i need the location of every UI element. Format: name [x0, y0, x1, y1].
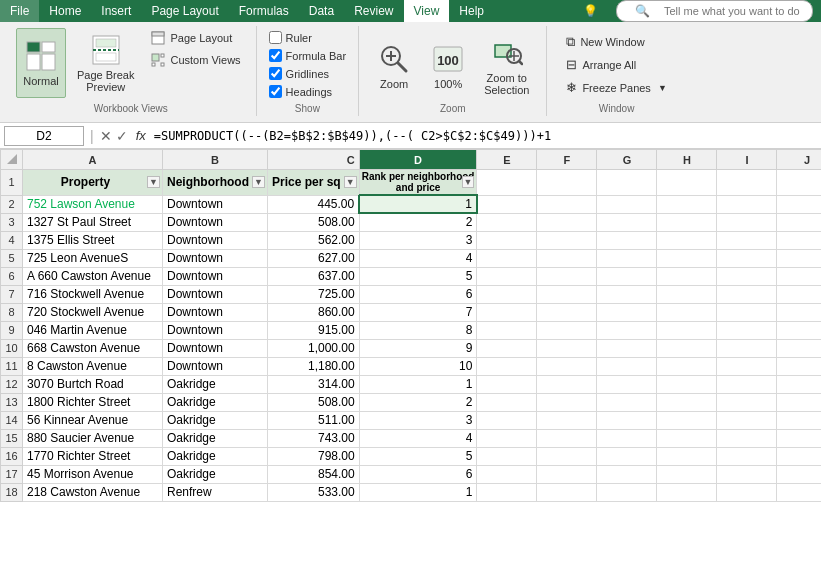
- cell-16-g[interactable]: [597, 447, 657, 465]
- header-price[interactable]: Price per sq ▼: [267, 170, 359, 196]
- cell-17-f[interactable]: [537, 465, 597, 483]
- cell-7-f[interactable]: [537, 285, 597, 303]
- col-header-e[interactable]: E: [477, 150, 537, 170]
- cell-10-e[interactable]: [477, 339, 537, 357]
- cell-13-j[interactable]: [777, 393, 821, 411]
- cell-17-i[interactable]: [717, 465, 777, 483]
- cell-15-g[interactable]: [597, 429, 657, 447]
- cell-5-d[interactable]: 4: [359, 249, 477, 267]
- cell-6-f[interactable]: [537, 267, 597, 285]
- cell-9-c[interactable]: 915.00: [267, 321, 359, 339]
- cell-8-d[interactable]: 7: [359, 303, 477, 321]
- cell-8-a[interactable]: 720 Stockwell Avenue: [23, 303, 163, 321]
- cell-4-g[interactable]: [597, 231, 657, 249]
- cell-3-i[interactable]: [717, 213, 777, 231]
- cell-15-j[interactable]: [777, 429, 821, 447]
- cell-14-a[interactable]: 56 Kinnear Avenue: [23, 411, 163, 429]
- cell-9-a[interactable]: 046 Martin Avenue: [23, 321, 163, 339]
- cell-12-g[interactable]: [597, 375, 657, 393]
- col-header-a[interactable]: A: [23, 150, 163, 170]
- cell-4-j[interactable]: [777, 231, 821, 249]
- cell-18-g[interactable]: [597, 483, 657, 501]
- cell-3-a[interactable]: 1327 St Paul Street: [23, 213, 163, 231]
- cell-14-f[interactable]: [537, 411, 597, 429]
- cell-5-b[interactable]: Downtown: [163, 249, 268, 267]
- cell-18-e[interactable]: [477, 483, 537, 501]
- cell-13-b[interactable]: Oakridge: [163, 393, 268, 411]
- cell-7-b[interactable]: Downtown: [163, 285, 268, 303]
- cell-11-f[interactable]: [537, 357, 597, 375]
- cell-9-e[interactable]: [477, 321, 537, 339]
- cell-7-g[interactable]: [597, 285, 657, 303]
- cell-13-i[interactable]: [717, 393, 777, 411]
- cell-11-h[interactable]: [657, 357, 717, 375]
- formula-bar-checkbox[interactable]: Formula Bar: [267, 48, 349, 63]
- cell-12-d[interactable]: 1: [359, 375, 477, 393]
- zoom-selection-button[interactable]: Zoom toSelection: [477, 31, 536, 101]
- cell-13-f[interactable]: [537, 393, 597, 411]
- cancel-formula-icon[interactable]: ✕: [100, 128, 112, 144]
- cell-15-i[interactable]: [717, 429, 777, 447]
- cell-1-f[interactable]: [537, 170, 597, 196]
- cell-3-g[interactable]: [597, 213, 657, 231]
- cell-12-e[interactable]: [477, 375, 537, 393]
- cell-4-c[interactable]: 562.00: [267, 231, 359, 249]
- cell-16-f[interactable]: [537, 447, 597, 465]
- col-header-f[interactable]: F: [537, 150, 597, 170]
- cell-5-j[interactable]: [777, 249, 821, 267]
- ruler-check-input[interactable]: [269, 31, 282, 44]
- cell-7-c[interactable]: 725.00: [267, 285, 359, 303]
- formula-bar-check-input[interactable]: [269, 49, 282, 62]
- cell-15-h[interactable]: [657, 429, 717, 447]
- cell-6-i[interactable]: [717, 267, 777, 285]
- cell-4-h[interactable]: [657, 231, 717, 249]
- cell-18-c[interactable]: 533.00: [267, 483, 359, 501]
- cell-18-b[interactable]: Renfrew: [163, 483, 268, 501]
- cell-3-f[interactable]: [537, 213, 597, 231]
- cell-6-j[interactable]: [777, 267, 821, 285]
- cell-14-d[interactable]: 3: [359, 411, 477, 429]
- cell-15-c[interactable]: 743.00: [267, 429, 359, 447]
- ruler-checkbox[interactable]: Ruler: [267, 30, 314, 45]
- confirm-formula-icon[interactable]: ✓: [116, 128, 128, 144]
- cell-17-e[interactable]: [477, 465, 537, 483]
- cell-17-b[interactable]: Oakridge: [163, 465, 268, 483]
- cell-6-d[interactable]: 5: [359, 267, 477, 285]
- cell-1-j[interactable]: [777, 170, 821, 196]
- cell-14-h[interactable]: [657, 411, 717, 429]
- cell-12-i[interactable]: [717, 375, 777, 393]
- cell-8-j[interactable]: [777, 303, 821, 321]
- normal-view-button[interactable]: Normal: [16, 28, 66, 98]
- cell-11-c[interactable]: 1,180.00: [267, 357, 359, 375]
- col-header-g[interactable]: G: [597, 150, 657, 170]
- cell-10-i[interactable]: [717, 339, 777, 357]
- cell-5-a[interactable]: 725 Leon AvenueS: [23, 249, 163, 267]
- cell-2-b[interactable]: Downtown: [163, 195, 268, 213]
- cell-5-f[interactable]: [537, 249, 597, 267]
- cell-4-f[interactable]: [537, 231, 597, 249]
- cell-9-i[interactable]: [717, 321, 777, 339]
- col-header-c[interactable]: C: [267, 150, 359, 170]
- menu-page-layout[interactable]: Page Layout: [141, 0, 228, 22]
- cell-8-h[interactable]: [657, 303, 717, 321]
- menu-home[interactable]: Home: [39, 0, 91, 22]
- cell-11-j[interactable]: [777, 357, 821, 375]
- cell-9-b[interactable]: Downtown: [163, 321, 268, 339]
- zoom-100-button[interactable]: 100 100%: [423, 31, 473, 101]
- cell-10-c[interactable]: 1,000.00: [267, 339, 359, 357]
- cell-3-b[interactable]: Downtown: [163, 213, 268, 231]
- cell-5-c[interactable]: 627.00: [267, 249, 359, 267]
- name-box[interactable]: [4, 126, 84, 146]
- cell-6-g[interactable]: [597, 267, 657, 285]
- cell-11-e[interactable]: [477, 357, 537, 375]
- cell-8-f[interactable]: [537, 303, 597, 321]
- cell-17-a[interactable]: 45 Morrison Avenue: [23, 465, 163, 483]
- cell-18-j[interactable]: [777, 483, 821, 501]
- cell-9-f[interactable]: [537, 321, 597, 339]
- cell-13-e[interactable]: [477, 393, 537, 411]
- menu-insert[interactable]: Insert: [91, 0, 141, 22]
- cell-17-g[interactable]: [597, 465, 657, 483]
- cell-5-i[interactable]: [717, 249, 777, 267]
- cell-18-f[interactable]: [537, 483, 597, 501]
- neighborhood-dropdown-icon[interactable]: ▼: [252, 176, 265, 188]
